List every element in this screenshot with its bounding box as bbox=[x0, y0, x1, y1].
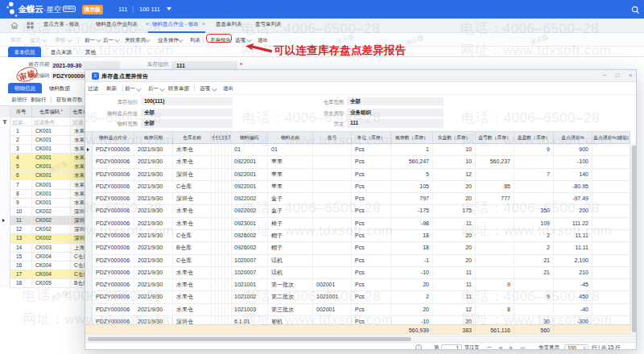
home-icon[interactable] bbox=[10, 22, 19, 29]
report-row[interactable]: PDZY0000062021/9/30深圳仓6.1.01塑机Pcs-102030… bbox=[85, 316, 630, 324]
col-header[interactable]: 物料盘点作业 bbox=[93, 132, 134, 144]
warehouse-row[interactable]: 4CK001水果仓 bbox=[0, 154, 90, 163]
warehouse-filter-cell[interactable]: 过滤条件 bbox=[10, 117, 32, 126]
last-page-icon[interactable]: ⏭ bbox=[521, 345, 525, 350]
date-field-value[interactable]: 2021-09-30 bbox=[52, 61, 120, 70]
caret-down-icon[interactable] bbox=[43, 38, 47, 42]
report-row[interactable]: PDZY0000062021/9/30水果仓1020007话机Pcs-10112… bbox=[85, 267, 630, 279]
per-page-select[interactable]: 100˅ bbox=[564, 344, 588, 351]
caret-down-icon[interactable] bbox=[247, 38, 252, 42]
caret-down-icon[interactable] bbox=[146, 38, 151, 42]
caret-down-icon[interactable] bbox=[137, 87, 142, 91]
toolbar-前一[interactable]: 前一 bbox=[85, 33, 95, 47]
report-row[interactable]: PDZY0000062021/9/30C仓库0922001苹果Pcs105208… bbox=[85, 181, 630, 193]
close-button[interactable]: × bbox=[626, 70, 634, 82]
col-header[interactable]: 物料编码 bbox=[231, 132, 268, 144]
col-header[interactable]: 盘点误差%(辅助) bbox=[592, 132, 630, 144]
hscrollbar-thumb[interactable] bbox=[88, 337, 411, 341]
caret-down-icon[interactable] bbox=[213, 87, 217, 91]
dialog-toolbar-后一[interactable]: 后一 bbox=[148, 82, 159, 95]
col-header[interactable]: 盘亏数（库存） bbox=[476, 132, 514, 144]
warehouse-row[interactable]: 7CK001水果仓 bbox=[0, 181, 90, 190]
col-header[interactable]: 盘点误差% bbox=[554, 132, 592, 144]
caret-down-icon[interactable] bbox=[115, 38, 120, 42]
org-id[interactable]: 111 bbox=[118, 6, 127, 13]
delete-row-button[interactable]: 删除行 bbox=[31, 94, 47, 105]
report-row[interactable]: PDZY0000062021/9/30深圳仓0922002盒子Pcs797207… bbox=[85, 193, 630, 205]
toolbar-关联查询[interactable]: 关联查询 bbox=[125, 33, 146, 47]
report-row[interactable]: PDZY0000062021/9/30C仓库0926002帽子Pcs182021… bbox=[85, 230, 630, 242]
dialog-toolbar-联查单据[interactable]: 联查单据 bbox=[168, 82, 189, 95]
tab-close-icon[interactable]: × bbox=[146, 19, 149, 31]
dialog-toolbar-刷新[interactable]: 刷新 bbox=[106, 82, 117, 95]
report-row[interactable]: PDZY0000062021/9/30水果仓1021001第一批次002001P… bbox=[85, 279, 630, 291]
filter-value-物料范围[interactable]: 全部 bbox=[141, 119, 233, 128]
caret-down-icon[interactable] bbox=[160, 87, 165, 91]
dialog-toolbar-过滤[interactable]: 过滤 bbox=[88, 82, 98, 95]
dialog-vscrollbar[interactable] bbox=[630, 144, 637, 335]
tab-5[interactable]: 盘亏单列表 bbox=[255, 19, 282, 31]
col-header[interactable]: 仓库名称 bbox=[173, 132, 212, 144]
report-row[interactable]: PDZY0000062021/9/30水果仓0922002盒子Pcs-17517… bbox=[85, 205, 630, 217]
toolbar-业务操作[interactable]: 业务操作 bbox=[158, 33, 179, 47]
col-header[interactable]: 实盘数（库存） bbox=[433, 132, 476, 144]
tab-2[interactable]: 物料盘点作业列表 bbox=[96, 19, 138, 31]
filter-value-货主类型[interactable]: 业务组织 bbox=[347, 109, 444, 117]
warehouse-row[interactable]: 12CK002深圳仓 bbox=[0, 225, 90, 234]
report-row[interactable]: PDZY0000062021/9/30C仓库1020007话机Pcs-12021… bbox=[85, 255, 630, 267]
warehouse-grid-col-1[interactable]: 序号 bbox=[10, 106, 32, 117]
info-icon[interactable]: i bbox=[415, 344, 422, 350]
first-page-icon[interactable]: ⏮ bbox=[487, 345, 491, 350]
dialog-toolbar-退出[interactable]: 退出 bbox=[223, 82, 233, 95]
filter-value-货主[interactable]: 111 bbox=[347, 119, 444, 128]
warehouse-row[interactable]: 8CK001水果仓 bbox=[0, 190, 90, 199]
menu-grid-icon[interactable] bbox=[27, 22, 34, 29]
col-header[interactable]: 物料名称 bbox=[268, 132, 313, 144]
report-row[interactable]: PDZY0000062021/9/30水果仓1021002第二批次1021001… bbox=[85, 291, 630, 303]
report-row[interactable]: PDZY0000062021/9/30水果仓0101Pcs1109900 bbox=[85, 144, 630, 156]
warehouse-row[interactable]: 9CK001水果仓 bbox=[0, 199, 90, 208]
search-icon[interactable] bbox=[631, 6, 640, 14]
warehouse-row[interactable]: 17CK004C仓库 bbox=[0, 270, 90, 279]
user-id[interactable]: 100 111 bbox=[139, 6, 160, 13]
toolbar-提交[interactable]: 提交 bbox=[31, 33, 41, 47]
warehouse-row[interactable]: 6CK001水果仓 bbox=[0, 171, 90, 180]
minimize-button[interactable]: − bbox=[601, 70, 609, 82]
tab-other[interactable]: 其他 bbox=[85, 47, 96, 57]
prev-page-icon[interactable]: ◀ bbox=[498, 345, 502, 350]
col-header[interactable]: 盘盈数（库存） bbox=[514, 132, 554, 144]
add-row-button[interactable]: 新增行 bbox=[11, 94, 27, 105]
tab-material-data[interactable]: 物料数据 bbox=[49, 83, 70, 93]
warehouse-row[interactable]: 18CK005B仓库 bbox=[0, 279, 90, 288]
tab-3[interactable]: 物料盘点作业 - 修改 bbox=[152, 19, 199, 31]
filter-value-库存组织[interactable]: 100(111) bbox=[141, 97, 233, 106]
toolbar-审核[interactable]: 审核 bbox=[55, 33, 65, 47]
caret-down-icon[interactable] bbox=[68, 38, 72, 42]
dialog-hscrollbar[interactable] bbox=[85, 335, 636, 342]
vscrollbar-thumb[interactable] bbox=[632, 146, 637, 332]
dialog-toolbar-选项[interactable]: 选项 bbox=[200, 82, 210, 95]
user-caret-icon[interactable] bbox=[167, 7, 171, 10]
toolbar-后一[interactable]: 后一 bbox=[103, 33, 114, 47]
tab-1[interactable]: 盘点方案 - 修改 bbox=[43, 19, 80, 31]
report-row[interactable]: PDZY0000062021/9/30B仓库0926002帽子Pcs182021… bbox=[85, 242, 630, 254]
warehouse-row[interactable]: 15CK004C仓库 bbox=[0, 253, 90, 261]
toolbar-列表[interactable]: 列表 bbox=[190, 33, 200, 47]
tab-basic-info[interactable]: 基本信息 bbox=[8, 47, 41, 57]
tab-detail-info[interactable]: 明细信息 bbox=[8, 83, 42, 93]
warehouse-filter-cell[interactable]: 过滤条件 bbox=[32, 117, 71, 126]
col-header[interactable]: 账存日期 bbox=[134, 132, 173, 144]
page-input[interactable]: 1 bbox=[441, 344, 462, 351]
next-page-icon[interactable]: ▶ bbox=[510, 345, 514, 350]
dialog-toolbar-前一[interactable]: 前一 bbox=[125, 82, 135, 95]
col-header[interactable]: 账存数（库存） bbox=[391, 132, 433, 144]
tab-close-icon[interactable]: × bbox=[202, 19, 205, 31]
fetch-book-qty-button[interactable]: 获取账存数 bbox=[56, 94, 83, 105]
warehouse-row[interactable]: 13CK002深圳仓 bbox=[0, 234, 90, 243]
toolbar-保存[interactable]: 保存 bbox=[10, 33, 21, 47]
warehouse-grid-col-2[interactable]: 仓库编码 * bbox=[32, 106, 71, 117]
maximize-button[interactable]: □ bbox=[613, 70, 621, 82]
filter-value-物料盘点作业[interactable]: 全部 bbox=[141, 109, 233, 117]
warehouse-row[interactable]: 14CK003上海仓 bbox=[0, 244, 90, 253]
warehouse-row[interactable]: 2CK001水果仓 bbox=[0, 136, 90, 145]
